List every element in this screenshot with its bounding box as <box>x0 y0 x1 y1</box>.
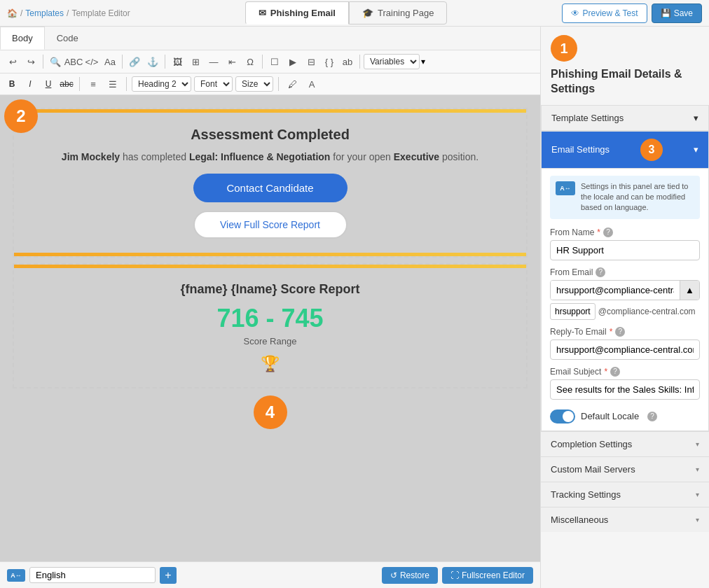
spell-check-button[interactable]: ABC <box>65 53 82 70</box>
completion-settings-section[interactable]: Completion Settings ▾ <box>541 431 709 456</box>
default-locale-toggle[interactable] <box>550 410 575 424</box>
preview-icon: 👁 <box>571 8 579 18</box>
reply-to-input[interactable] <box>550 340 700 360</box>
editor-canvas[interactable]: 2 Assessment Completed Jim Mockely has c… <box>0 95 540 561</box>
email-settings-header[interactable]: Email Settings 3 ▾ <box>542 132 708 168</box>
tracking-settings-label: Tracking Settings <box>551 489 621 500</box>
embed-button[interactable]: { } <box>321 53 338 70</box>
highlight-button[interactable]: 🖊 <box>284 76 301 92</box>
view-score-report-button[interactable]: View Full Score Report <box>193 211 347 239</box>
token-button[interactable]: ab <box>339 53 356 70</box>
media-button[interactable]: ▶ <box>284 53 301 70</box>
hr-button[interactable]: — <box>205 53 222 70</box>
email-settings-label: Email Settings <box>551 144 610 155</box>
body-text-6: position. <box>439 151 479 162</box>
save-label: Save <box>674 8 693 18</box>
email-body-text: Jim Mockely has completed Legal: Influen… <box>28 151 512 162</box>
miscellaneous-arrow: ▾ <box>696 516 699 524</box>
anchor-button[interactable]: ⚓ <box>144 53 161 70</box>
format-button[interactable]: Aa <box>102 53 118 70</box>
tracking-settings-arrow: ▾ <box>696 491 699 498</box>
locale-info-icon: A↔ <box>556 181 575 195</box>
strikethrough-button[interactable]: abc <box>59 76 74 92</box>
email-chevron-button[interactable]: ▲ <box>680 281 699 300</box>
template-settings-section: Template Settings ▾ <box>541 105 709 131</box>
subject-help[interactable]: ? <box>610 367 620 377</box>
position-name: Executive <box>394 151 439 162</box>
from-name-help[interactable]: ? <box>603 227 613 237</box>
email-domain: @compliance-central.com <box>598 307 696 316</box>
image-button[interactable]: 🖼 <box>169 53 186 70</box>
save-icon: 💾 <box>661 8 671 18</box>
tab-code[interactable]: Code <box>45 27 90 50</box>
variables-select[interactable]: Variables <box>364 54 420 69</box>
home-icon[interactable]: 🏠 <box>7 8 18 18</box>
score-label: Score Range <box>28 336 512 346</box>
completion-settings-arrow: ▾ <box>696 440 699 448</box>
color-button[interactable]: A <box>303 76 320 92</box>
html-button[interactable]: </> <box>83 53 100 70</box>
restore-button[interactable]: ↺ Restore <box>382 567 438 584</box>
contact-candidate-button[interactable]: Contact Candidate <box>193 174 347 202</box>
from-email-help[interactable]: ? <box>596 267 605 277</box>
body-text-2: has completed <box>120 151 189 162</box>
link-button[interactable]: 🔗 <box>126 53 143 70</box>
add-locale-button[interactable]: + <box>160 567 177 584</box>
symbol-button[interactable]: Ω <box>242 53 259 70</box>
locale-input[interactable] <box>29 567 156 583</box>
tab-phishing[interactable]: ✉ Phishing Email <box>245 1 349 24</box>
size-select[interactable]: Size <box>235 76 273 92</box>
bold-button[interactable]: B <box>4 76 20 92</box>
breadcrumb: 🏠 / Templates / Template Editor <box>7 8 130 18</box>
from-name-input[interactable] <box>550 240 700 260</box>
checkbox-button[interactable]: ☐ <box>266 53 283 70</box>
candidate-name: Jim Mockely <box>62 151 120 162</box>
tracking-settings-section[interactable]: Tracking Settings ▾ <box>541 482 709 507</box>
toolbar-sep1 <box>43 55 43 69</box>
unordered-list-button[interactable]: ☰ <box>104 76 121 92</box>
from-email-input-group: ▲ <box>550 280 700 300</box>
search-replace-button[interactable]: 🔍 <box>47 53 64 70</box>
email-subject-input[interactable] <box>550 379 700 400</box>
from-name-label: From Name * ? <box>550 227 700 237</box>
from-email-label: From Email ? <box>550 267 700 277</box>
default-locale-help[interactable]: ? <box>647 412 657 421</box>
email-subject-label: Email Subject * ? <box>550 367 700 377</box>
heading-select[interactable]: Heading 2 <box>132 76 191 92</box>
toolbar-row2: B I U abc ≡ ☰ Heading 2 Font Size 🖊 A <box>0 74 540 95</box>
font-select[interactable]: Font <box>194 76 233 92</box>
pagebreak-button[interactable]: ⊟ <box>303 53 319 70</box>
from-email-input[interactable] <box>551 281 680 300</box>
preview-test-button[interactable]: 👁 Preview & Test <box>562 4 647 23</box>
body-text-4: for your open <box>330 151 393 162</box>
email-body: Assessment Completed Jim Mockely has com… <box>14 113 526 253</box>
italic-button[interactable]: I <box>22 76 38 92</box>
breadcrumb-sep2: / <box>67 8 69 18</box>
tab-training[interactable]: 🎓 Training Page <box>349 1 447 24</box>
subject-required: * <box>604 367 607 377</box>
toolbar-sep3 <box>165 55 165 69</box>
step3-badge: 3 <box>640 139 663 161</box>
undo-button[interactable]: ↩ <box>4 53 21 70</box>
breadcrumb-templates[interactable]: Templates <box>25 8 64 18</box>
tab-body[interactable]: Body <box>0 27 45 50</box>
redo-button[interactable]: ↪ <box>22 53 39 70</box>
fullscreen-button[interactable]: ⛶ Fullscreen Editor <box>442 567 533 584</box>
miscellaneous-section[interactable]: Miscellaneous ▾ <box>541 507 709 532</box>
restore-icon: ↺ <box>390 570 397 580</box>
top-right-actions: 👁 Preview & Test 💾 Save <box>562 4 702 23</box>
default-locale-row: Default Locale ? <box>550 410 700 424</box>
custom-mail-servers-section[interactable]: Custom Mail Servers ▾ <box>541 456 709 482</box>
toolbar-row1: ↩ ↪ 🔍 ABC </> Aa 🔗 ⚓ 🖼 ⊞ — ⇤ Ω ☐ ▶ ⊟ { }… <box>0 50 540 74</box>
save-button[interactable]: 💾 Save <box>652 4 702 23</box>
toolbar-sep7 <box>126 77 127 91</box>
ordered-list-button[interactable]: ≡ <box>85 76 102 92</box>
toolbar-sep6 <box>79 77 80 91</box>
table-button[interactable]: ⊞ <box>187 53 204 70</box>
preview-label: Preview & Test <box>582 8 638 18</box>
underline-button[interactable]: U <box>41 76 56 92</box>
reply-to-required: * <box>610 327 613 337</box>
reply-to-help[interactable]: ? <box>615 327 625 337</box>
template-settings-header[interactable]: Template Settings ▾ <box>542 106 708 130</box>
indent-button[interactable]: ⇤ <box>223 53 240 70</box>
